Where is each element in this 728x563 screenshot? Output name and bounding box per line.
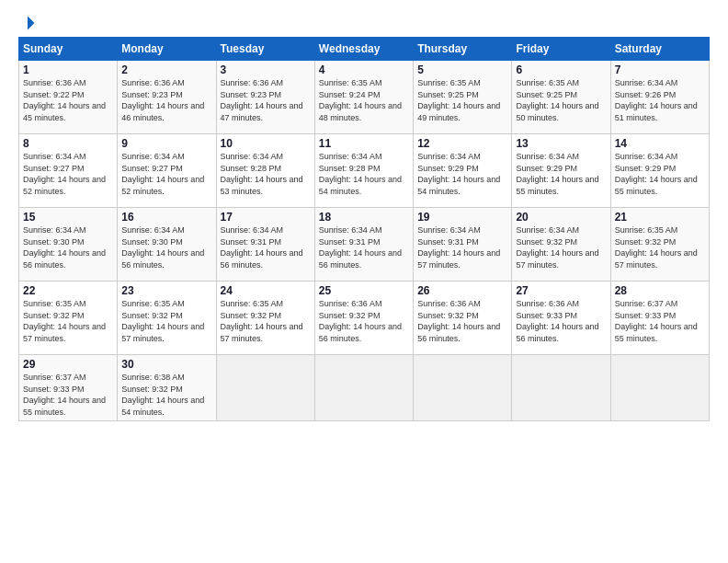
calendar-cell: 24 Sunrise: 6:35 AM Sunset: 9:32 PM Dayl… (216, 282, 314, 355)
day-info: Sunrise: 6:34 AM Sunset: 9:28 PM Dayligh… (319, 151, 409, 197)
day-info: Sunrise: 6:36 AM Sunset: 9:23 PM Dayligh… (221, 77, 311, 123)
day-info: Sunrise: 6:34 AM Sunset: 9:27 PM Dayligh… (23, 151, 113, 197)
day-number: 6 (516, 63, 606, 76)
day-number: 17 (221, 211, 311, 224)
day-info: Sunrise: 6:36 AM Sunset: 9:23 PM Dayligh… (121, 77, 211, 123)
day-info: Sunrise: 6:34 AM Sunset: 9:28 PM Dayligh… (221, 151, 311, 197)
calendar-cell: 26 Sunrise: 6:36 AM Sunset: 9:32 PM Dayl… (414, 282, 512, 355)
calendar-table: SundayMondayTuesdayWednesdayThursdayFrid… (18, 37, 710, 421)
calendar-header-monday: Monday (118, 38, 216, 61)
day-number: 1 (23, 63, 113, 76)
day-number: 22 (23, 284, 113, 297)
day-number: 2 (121, 63, 211, 76)
day-number: 18 (319, 211, 409, 224)
calendar-cell: 14 Sunrise: 6:34 AM Sunset: 9:29 PM Dayl… (610, 134, 709, 208)
day-number: 7 (615, 63, 705, 76)
calendar-header-saturday: Saturday (610, 38, 709, 61)
day-number: 9 (121, 137, 211, 150)
day-number: 26 (417, 284, 507, 297)
day-info: Sunrise: 6:36 AM Sunset: 9:32 PM Dayligh… (417, 298, 507, 344)
calendar-cell: 29 Sunrise: 6:37 AM Sunset: 9:33 PM Dayl… (19, 355, 118, 421)
day-number: 19 (417, 211, 507, 224)
day-info: Sunrise: 6:34 AM Sunset: 9:31 PM Dayligh… (417, 224, 507, 270)
day-number: 13 (516, 137, 606, 150)
day-info: Sunrise: 6:36 AM Sunset: 9:32 PM Dayligh… (319, 298, 409, 344)
calendar-cell: 30 Sunrise: 6:38 AM Sunset: 9:32 PM Dayl… (118, 355, 216, 421)
calendar-cell: 8 Sunrise: 6:34 AM Sunset: 9:27 PM Dayli… (19, 134, 118, 208)
day-info: Sunrise: 6:36 AM Sunset: 9:22 PM Dayligh… (23, 77, 113, 123)
day-info: Sunrise: 6:37 AM Sunset: 9:33 PM Dayligh… (23, 372, 113, 418)
calendar-cell: 18 Sunrise: 6:34 AM Sunset: 9:31 PM Dayl… (314, 208, 413, 282)
calendar-cell: 16 Sunrise: 6:34 AM Sunset: 9:30 PM Dayl… (118, 208, 216, 282)
svg-marker-0 (28, 17, 35, 30)
day-info: Sunrise: 6:35 AM Sunset: 9:24 PM Dayligh… (319, 77, 409, 123)
calendar-cell (314, 355, 413, 421)
calendar-cell: 22 Sunrise: 6:35 AM Sunset: 9:32 PM Dayl… (19, 282, 118, 355)
logo (18, 15, 37, 28)
calendar-cell (512, 355, 610, 421)
day-number: 14 (615, 137, 705, 150)
day-info: Sunrise: 6:37 AM Sunset: 9:33 PM Dayligh… (615, 298, 705, 344)
day-number: 21 (615, 211, 705, 224)
calendar-cell: 3 Sunrise: 6:36 AM Sunset: 9:23 PM Dayli… (216, 61, 314, 134)
page-header (18, 15, 710, 28)
day-number: 27 (516, 284, 606, 297)
day-number: 23 (121, 284, 211, 297)
calendar-header-row: SundayMondayTuesdayWednesdayThursdayFrid… (19, 38, 710, 61)
calendar-cell (610, 355, 709, 421)
day-number: 4 (319, 63, 409, 76)
calendar-cell: 10 Sunrise: 6:34 AM Sunset: 9:28 PM Dayl… (216, 134, 314, 208)
calendar-cell: 11 Sunrise: 6:34 AM Sunset: 9:28 PM Dayl… (314, 134, 413, 208)
day-number: 29 (23, 358, 113, 371)
calendar-cell: 6 Sunrise: 6:35 AM Sunset: 9:25 PM Dayli… (512, 61, 610, 134)
calendar-cell: 9 Sunrise: 6:34 AM Sunset: 9:27 PM Dayli… (118, 134, 216, 208)
day-info: Sunrise: 6:35 AM Sunset: 9:32 PM Dayligh… (23, 298, 113, 344)
calendar-cell: 5 Sunrise: 6:35 AM Sunset: 9:25 PM Dayli… (414, 61, 512, 134)
day-number: 25 (319, 284, 409, 297)
day-number: 24 (221, 284, 311, 297)
day-info: Sunrise: 6:35 AM Sunset: 9:32 PM Dayligh… (121, 298, 211, 344)
day-number: 5 (417, 63, 507, 76)
day-info: Sunrise: 6:38 AM Sunset: 9:32 PM Dayligh… (121, 372, 211, 418)
calendar-header-tuesday: Tuesday (216, 38, 314, 61)
day-info: Sunrise: 6:35 AM Sunset: 9:25 PM Dayligh… (417, 77, 507, 123)
day-info: Sunrise: 6:34 AM Sunset: 9:31 PM Dayligh… (221, 224, 311, 270)
day-info: Sunrise: 6:34 AM Sunset: 9:29 PM Dayligh… (516, 151, 606, 197)
calendar-header-friday: Friday (512, 38, 610, 61)
day-number: 8 (23, 137, 113, 150)
calendar-cell: 27 Sunrise: 6:36 AM Sunset: 9:33 PM Dayl… (512, 282, 610, 355)
day-info: Sunrise: 6:36 AM Sunset: 9:33 PM Dayligh… (516, 298, 606, 344)
calendar-cell: 12 Sunrise: 6:34 AM Sunset: 9:29 PM Dayl… (414, 134, 512, 208)
day-number: 16 (121, 211, 211, 224)
calendar-cell: 21 Sunrise: 6:35 AM Sunset: 9:32 PM Dayl… (610, 208, 709, 282)
day-number: 15 (23, 211, 113, 224)
day-number: 28 (615, 284, 705, 297)
calendar-cell: 19 Sunrise: 6:34 AM Sunset: 9:31 PM Dayl… (414, 208, 512, 282)
day-info: Sunrise: 6:35 AM Sunset: 9:32 PM Dayligh… (615, 224, 705, 270)
day-info: Sunrise: 6:35 AM Sunset: 9:25 PM Dayligh… (516, 77, 606, 123)
calendar-cell: 25 Sunrise: 6:36 AM Sunset: 9:32 PM Dayl… (314, 282, 413, 355)
day-info: Sunrise: 6:34 AM Sunset: 9:31 PM Dayligh… (319, 224, 409, 270)
day-info: Sunrise: 6:34 AM Sunset: 9:29 PM Dayligh… (615, 151, 705, 197)
day-number: 10 (221, 137, 311, 150)
calendar-cell: 7 Sunrise: 6:34 AM Sunset: 9:26 PM Dayli… (610, 61, 709, 134)
calendar-cell: 23 Sunrise: 6:35 AM Sunset: 9:32 PM Dayl… (118, 282, 216, 355)
day-info: Sunrise: 6:34 AM Sunset: 9:29 PM Dayligh… (417, 151, 507, 197)
logo-icon (19, 15, 36, 31)
day-number: 3 (221, 63, 311, 76)
day-number: 20 (516, 211, 606, 224)
day-info: Sunrise: 6:34 AM Sunset: 9:26 PM Dayligh… (615, 77, 705, 123)
calendar-cell: 4 Sunrise: 6:35 AM Sunset: 9:24 PM Dayli… (314, 61, 413, 134)
day-info: Sunrise: 6:34 AM Sunset: 9:27 PM Dayligh… (121, 151, 211, 197)
calendar-cell (216, 355, 314, 421)
calendar-header-wednesday: Wednesday (314, 38, 413, 61)
day-number: 12 (417, 137, 507, 150)
calendar-cell: 15 Sunrise: 6:34 AM Sunset: 9:30 PM Dayl… (19, 208, 118, 282)
day-info: Sunrise: 6:34 AM Sunset: 9:30 PM Dayligh… (23, 224, 113, 270)
calendar-cell (414, 355, 512, 421)
calendar-cell: 20 Sunrise: 6:34 AM Sunset: 9:32 PM Dayl… (512, 208, 610, 282)
calendar-cell: 28 Sunrise: 6:37 AM Sunset: 9:33 PM Dayl… (610, 282, 709, 355)
day-info: Sunrise: 6:34 AM Sunset: 9:32 PM Dayligh… (516, 224, 606, 270)
calendar-header-sunday: Sunday (19, 38, 118, 61)
calendar-header-thursday: Thursday (414, 38, 512, 61)
